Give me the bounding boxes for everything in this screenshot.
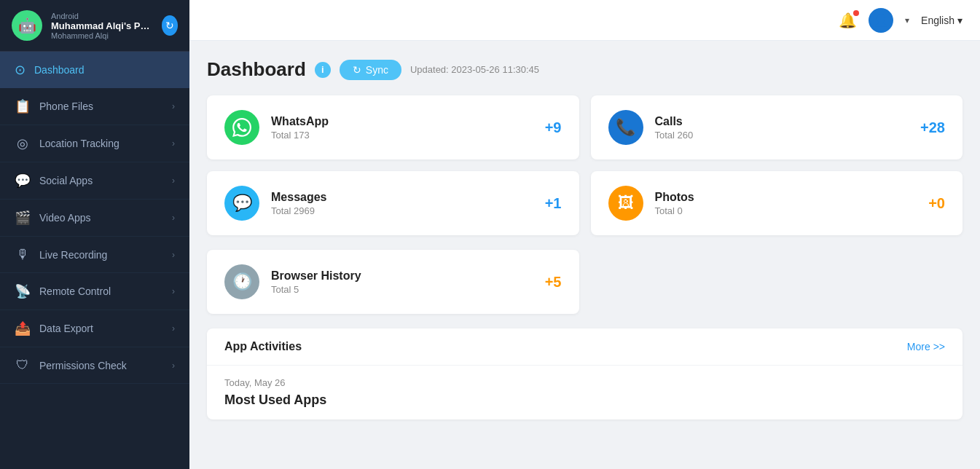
- chevron-down-icon: ▾: [905, 15, 909, 25]
- sidebar-item-data-export[interactable]: 📤 Data Export ›: [0, 310, 189, 347]
- social-apps-chevron-icon: ›: [172, 176, 175, 186]
- device-name: Muhammad Alqi's Ph...: [51, 20, 153, 31]
- browser-history-subtitle: Total 5: [271, 284, 533, 295]
- page-header: Dashboard i ↻ Sync Updated: 2023-05-26 1…: [207, 58, 963, 81]
- app-activities-title: App Activities: [224, 340, 302, 353]
- remote-control-chevron-icon: ›: [172, 286, 175, 296]
- location-tracking-chevron-icon: ›: [172, 138, 175, 149]
- whatsapp-subtitle: Total 173: [271, 130, 533, 141]
- activities-date: Today, May 26: [224, 377, 945, 388]
- browser-history-count: +5: [545, 274, 562, 291]
- sidebar-item-live-recording[interactable]: 🎙 Live Recording ›: [0, 237, 189, 273]
- permissions-check-label: Permissions Check: [39, 360, 163, 371]
- language-selector[interactable]: English ▾: [921, 15, 963, 26]
- photos-subtitle: Total 0: [655, 205, 917, 216]
- whatsapp-icon: [224, 110, 259, 145]
- calls-card[interactable]: 📞 Calls Total 260 +28: [591, 95, 963, 159]
- most-used-apps-title: Most Used Apps: [224, 393, 945, 408]
- browser-history-title: Browser History: [271, 269, 533, 283]
- messages-info: Messages Total 2969: [271, 191, 533, 216]
- photos-info: Photos Total 0: [655, 191, 917, 216]
- social-apps-icon: 💬: [15, 173, 31, 189]
- browser-history-info: Browser History Total 5: [271, 269, 533, 295]
- android-logo-icon: 🤖: [12, 10, 42, 41]
- sync-button[interactable]: ↻ Sync: [340, 60, 401, 80]
- sidebar: 🤖 Android Muhammad Alqi's Ph... Mohammed…: [0, 0, 189, 469]
- sidebar-item-location-tracking[interactable]: ◎ Location Tracking ›: [0, 125, 189, 162]
- browser-history-card[interactable]: 🕐 Browser History Total 5 +5: [207, 250, 579, 314]
- location-tracking-icon: ◎: [15, 135, 31, 151]
- user-name: Mohammed Alqi: [51, 31, 153, 40]
- data-export-icon: 📤: [15, 320, 31, 336]
- language-label: English: [921, 15, 954, 26]
- messages-count: +1: [545, 195, 562, 212]
- app-activities-section: App Activities More >> Today, May 26 Mos…: [207, 328, 963, 419]
- messages-title: Messages: [271, 191, 533, 204]
- video-apps-chevron-icon: ›: [172, 213, 175, 223]
- sidebar-item-dashboard[interactable]: ⊙ Dashboard: [0, 52, 189, 88]
- photos-title: Photos: [655, 191, 917, 204]
- dashboard-content: Dashboard i ↻ Sync Updated: 2023-05-26 1…: [189, 41, 980, 437]
- sidebar-item-video-apps[interactable]: 🎬 Video Apps ›: [0, 200, 189, 237]
- phone-files-label: Phone Files: [39, 100, 163, 112]
- dashboard-icon: ⊙: [15, 62, 26, 78]
- phone-files-chevron-icon: ›: [172, 101, 175, 111]
- header-sync-icon[interactable]: ↻: [162, 15, 178, 36]
- messages-icon: 💬: [224, 186, 259, 221]
- updated-timestamp: Updated: 2023-05-26 11:30:45: [410, 64, 539, 75]
- platform-label: Android: [51, 12, 153, 20]
- messages-subtitle: Total 2969: [271, 205, 533, 216]
- video-apps-label: Video Apps: [39, 212, 163, 224]
- whatsapp-title: WhatsApp: [271, 115, 533, 128]
- sidebar-item-permissions-check[interactable]: 🛡 Permissions Check ›: [0, 347, 189, 384]
- info-icon[interactable]: i: [315, 62, 331, 78]
- messages-card[interactable]: 💬 Messages Total 2969 +1: [207, 171, 579, 235]
- location-tracking-label: Location Tracking: [39, 138, 163, 149]
- data-export-chevron-icon: ›: [172, 323, 175, 334]
- data-export-label: Data Export: [39, 323, 163, 334]
- permissions-check-chevron-icon: ›: [172, 360, 175, 371]
- whatsapp-count: +9: [545, 119, 562, 136]
- sidebar-item-phone-files[interactable]: 📋 Phone Files ›: [0, 88, 189, 125]
- calls-subtitle: Total 260: [655, 130, 909, 141]
- photos-icon: 🖼: [608, 186, 643, 221]
- sidebar-item-remote-control[interactable]: 📡 Remote Control ›: [0, 273, 189, 310]
- user-avatar[interactable]: 👤: [869, 8, 893, 33]
- permissions-check-icon: 🛡: [15, 358, 31, 373]
- whatsapp-info: WhatsApp Total 173: [271, 115, 533, 141]
- live-recording-chevron-icon: ›: [172, 250, 175, 260]
- photos-count: +0: [928, 195, 945, 212]
- social-apps-label: Social Apps: [39, 175, 163, 186]
- device-info: Android Muhammad Alqi's Ph... Mohammed A…: [51, 12, 153, 40]
- sidebar-item-social-apps[interactable]: 💬 Social Apps ›: [0, 162, 189, 200]
- sidebar-dashboard-label: Dashboard: [34, 64, 85, 76]
- live-recording-icon: 🎙: [15, 247, 31, 262]
- sync-label: Sync: [366, 64, 388, 76]
- photos-card[interactable]: 🖼 Photos Total 0 +0: [591, 171, 963, 235]
- notification-dot: [853, 10, 859, 16]
- whatsapp-card[interactable]: WhatsApp Total 173 +9: [207, 95, 579, 159]
- app-activities-header: App Activities More >>: [207, 328, 963, 366]
- app-activities-body: Today, May 26 Most Used Apps: [207, 366, 963, 419]
- sidebar-header: 🤖 Android Muhammad Alqi's Ph... Mohammed…: [0, 0, 189, 52]
- remote-control-label: Remote Control: [39, 285, 163, 297]
- main-content: 🔔 👤 ▾ English ▾ Dashboard i ↻ Sync Updat…: [189, 0, 980, 469]
- video-apps-icon: 🎬: [15, 210, 31, 226]
- sync-icon: ↻: [353, 64, 361, 76]
- phone-files-icon: 📋: [15, 98, 31, 114]
- page-title: Dashboard: [207, 58, 306, 81]
- stats-cards-grid: WhatsApp Total 173 +9 📞 Calls Total 260 …: [207, 95, 963, 235]
- language-chevron-icon: ▾: [957, 15, 963, 26]
- app-activities-more-link[interactable]: More >>: [907, 341, 945, 352]
- topbar: 🔔 👤 ▾ English ▾: [189, 0, 980, 41]
- notification-bell-wrapper[interactable]: 🔔: [839, 12, 857, 29]
- calls-info: Calls Total 260: [655, 115, 909, 141]
- calls-title: Calls: [655, 115, 909, 128]
- calls-count: +28: [920, 119, 945, 136]
- live-recording-label: Live Recording: [39, 249, 163, 261]
- browser-history-icon: 🕐: [224, 264, 259, 299]
- remote-control-icon: 📡: [15, 283, 31, 299]
- calls-icon: 📞: [608, 110, 643, 145]
